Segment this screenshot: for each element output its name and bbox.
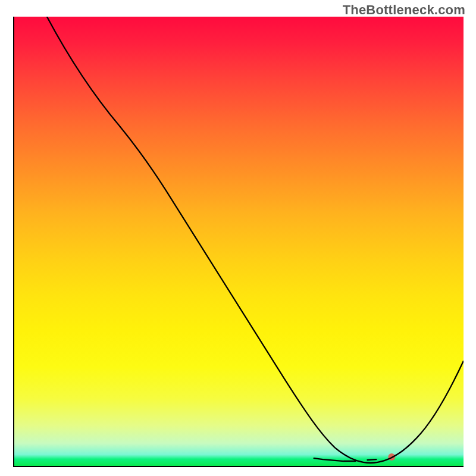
chart-svg bbox=[14, 17, 464, 466]
plot-area bbox=[13, 17, 464, 467]
bottleneck-curve bbox=[47, 17, 464, 463]
highlight-marker-dash bbox=[367, 459, 376, 460]
watermark-text: TheBottleneck.com bbox=[343, 2, 465, 18]
highlight-marker bbox=[314, 458, 356, 461]
